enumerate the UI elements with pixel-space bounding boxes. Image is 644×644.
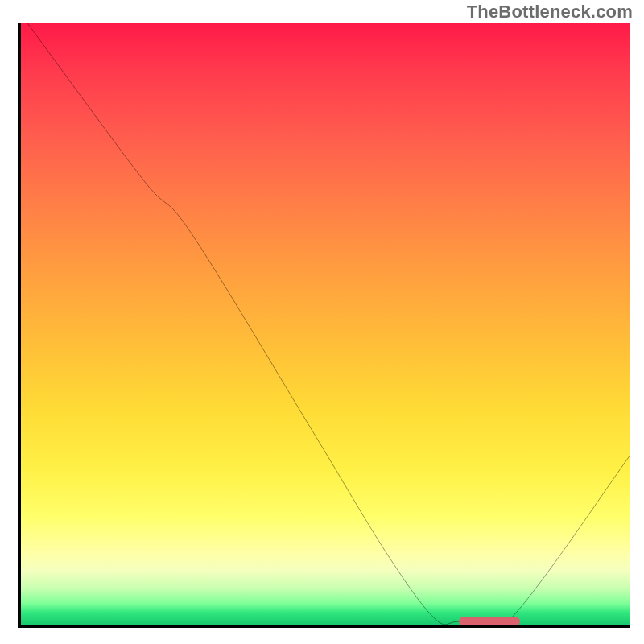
bottleneck-curve (21, 23, 630, 625)
plot-area (18, 23, 630, 628)
chart-container: TheBottleneck.com (0, 0, 644, 644)
attribution-text: TheBottleneck.com (467, 2, 633, 23)
optimal-range-marker (459, 617, 520, 626)
